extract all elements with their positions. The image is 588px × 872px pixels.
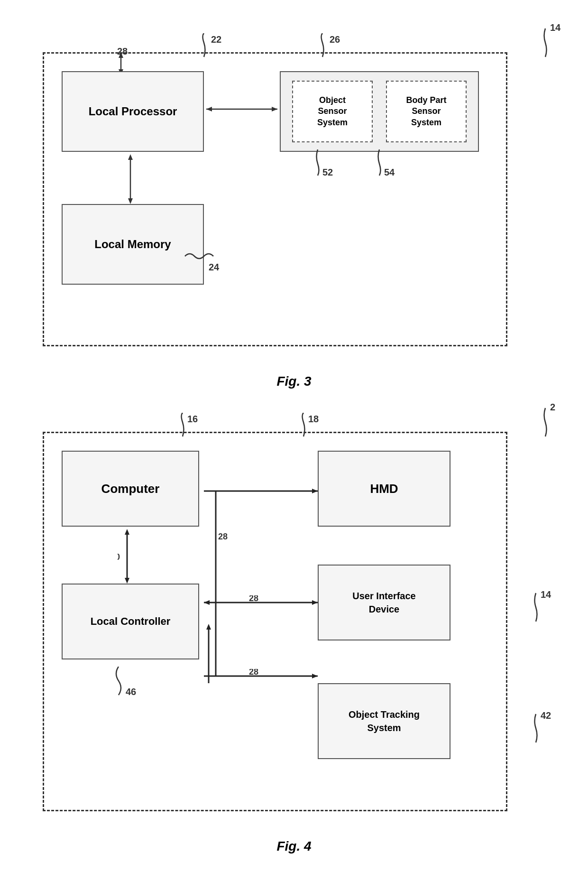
local-processor-label: Local Processor <box>89 105 177 118</box>
svg-text:26: 26 <box>330 34 340 45</box>
fig4-ref18: 18 <box>294 413 332 441</box>
fig3-ref14-wavy: 14 <box>526 24 555 62</box>
svg-text:16: 16 <box>187 414 198 424</box>
svg-text:14: 14 <box>541 589 551 600</box>
fig4-ref42: 42 <box>522 709 555 747</box>
svg-marker-12 <box>128 198 133 204</box>
fig3-ref26: 26 <box>313 33 351 62</box>
svg-marker-31 <box>312 674 318 678</box>
svg-text:52: 52 <box>322 167 333 177</box>
fig4-ref2-wavy: 2 <box>526 403 555 441</box>
svg-marker-23 <box>125 529 129 535</box>
svg-text:46: 46 <box>126 686 136 697</box>
fig3-ref54: 54 <box>370 149 408 178</box>
fig3-label: Fig. 3 <box>276 374 311 389</box>
svg-text:42: 42 <box>541 710 551 721</box>
svg-marker-24 <box>125 578 129 584</box>
fig3-horiz-arrow <box>204 102 285 116</box>
svg-text:28: 28 <box>249 669 258 677</box>
svg-text:28: 28 <box>117 47 128 56</box>
uid-box: User InterfaceDevice <box>318 565 450 640</box>
svg-text:24: 24 <box>209 262 220 272</box>
svg-text:22: 22 <box>211 34 221 45</box>
fig4-area: 2 16 18 Computer HMD 28 <box>33 403 555 859</box>
local-processor-box: Local Processor <box>62 71 204 152</box>
uid-label: User InterfaceDevice <box>352 589 415 616</box>
fig4-ref46: 46 <box>104 667 152 700</box>
fig4-vertical-bus <box>209 491 223 681</box>
svg-text:2: 2 <box>550 402 555 412</box>
hmd-label: HMD <box>370 482 398 496</box>
local-controller-box: Local Controller <box>62 584 199 659</box>
fig3-ref22: 22 <box>194 33 232 62</box>
object-sensor-box: ObjectSensorSystem <box>292 81 373 142</box>
fig3-ref24: 24 <box>180 247 228 275</box>
ots-box: Object TrackingSystem <box>318 683 450 759</box>
svg-marker-20 <box>312 489 318 493</box>
svg-text:18: 18 <box>308 414 319 424</box>
local-controller-label: Local Controller <box>91 615 171 628</box>
computer-box: Computer <box>62 451 199 527</box>
svg-marker-11 <box>128 154 133 160</box>
fig4-ref14: 14 <box>522 588 555 626</box>
fig4-ref16: 16 <box>173 413 211 441</box>
svg-marker-9 <box>272 107 277 111</box>
fig3-area: 14 28 22 26 Local Processor ObjectSenso <box>33 24 555 394</box>
svg-text:54: 54 <box>384 167 395 177</box>
fig3-ref52: 52 <box>308 149 346 178</box>
computer-label: Computer <box>101 482 160 496</box>
fig4-label: Fig. 4 <box>276 839 311 854</box>
hmd-box: HMD <box>318 451 450 527</box>
fig3-vert-arrow <box>121 154 140 206</box>
svg-marker-28 <box>312 600 318 605</box>
ots-label: Object TrackingSystem <box>349 708 420 734</box>
svg-marker-8 <box>206 107 212 111</box>
fig4-vert-arrow-comp-lc: 20 <box>118 529 137 586</box>
body-part-sensor-label: Body PartSensorSystem <box>406 95 446 128</box>
object-sensor-label: ObjectSensorSystem <box>317 95 348 128</box>
svg-text:14: 14 <box>550 22 561 33</box>
page-container: 14 28 22 26 Local Processor ObjectSenso <box>0 0 588 872</box>
local-memory-label: Local Memory <box>94 238 171 251</box>
body-part-sensor-box: Body PartSensorSystem <box>386 81 467 142</box>
svg-text:28: 28 <box>249 595 258 603</box>
svg-text:20: 20 <box>118 552 120 562</box>
sensor-group-box: ObjectSensorSystem Body PartSensorSystem <box>280 71 479 152</box>
